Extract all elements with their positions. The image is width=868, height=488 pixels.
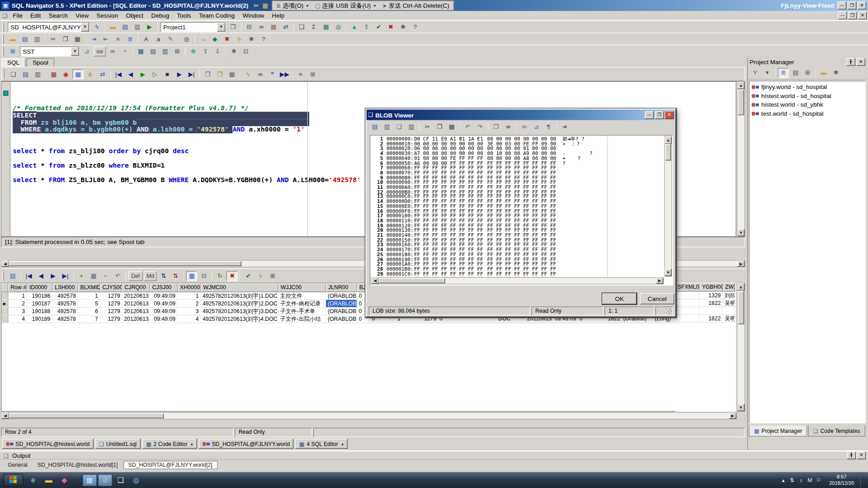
show-desktop-button[interactable] bbox=[860, 472, 865, 488]
mdi-minimize-button[interactable]: — bbox=[838, 12, 847, 19]
table-row[interactable] bbox=[675, 307, 736, 315]
comment-toggle-icon[interactable]: ✎ bbox=[165, 34, 176, 44]
stored-program-icon[interactable]: Σ bbox=[308, 22, 319, 32]
project-dropdown-icon[interactable] bbox=[217, 23, 225, 32]
export-data-icon[interactable]: ⇪ bbox=[200, 46, 211, 56]
code-assistant-icon[interactable]: ▦ bbox=[72, 69, 83, 79]
taskbar-sqlnav-window-1[interactable]: ▦ bbox=[82, 474, 97, 486]
import-data-icon[interactable]: ⇩ bbox=[212, 46, 223, 56]
copy-results-icon[interactable]: ❐ bbox=[202, 69, 213, 79]
tray-flag-icon[interactable]: ⚐ bbox=[814, 475, 823, 484]
tree-item[interactable]: fjlnyy.world - sd_hospital bbox=[750, 82, 865, 91]
next-result-icon[interactable]: ▶ bbox=[174, 69, 184, 79]
table-row[interactable]: 1329刘欣 bbox=[675, 291, 736, 299]
filter-projects-icon[interactable]: Y bbox=[750, 68, 760, 78]
new-session-icon[interactable]: ϟ bbox=[91, 22, 102, 32]
close-button[interactable]: ✕ bbox=[858, 2, 867, 9]
zoom-icon[interactable]: ◎ bbox=[181, 34, 192, 44]
menu-tools[interactable]: Tools bbox=[173, 12, 195, 19]
blob-dialog-titlebar[interactable]: ❑ BLOB Viewer —❐✕ bbox=[367, 109, 675, 120]
grid-view-icon[interactable]: ▦ bbox=[88, 271, 99, 281]
grid-cell[interactable]: 09:49:09 bbox=[150, 315, 178, 323]
grid-icon[interactable]: ⊞ bbox=[307, 69, 318, 79]
blob-minimize-button[interactable]: — bbox=[645, 111, 654, 119]
show-paragraphs-icon[interactable]: ¶ bbox=[543, 122, 554, 131]
export-grid-icon[interactable]: ⊞ bbox=[267, 271, 278, 281]
start-button[interactable] bbox=[3, 474, 23, 486]
grid-cell[interactable]: 1822 bbox=[700, 299, 723, 306]
grid-cell[interactable]: (ORABLOB) bbox=[326, 300, 357, 307]
table-row[interactable]: 1822吴明 bbox=[675, 299, 736, 307]
table-row[interactable]: 1822吴明 bbox=[675, 315, 736, 323]
revert-record-icon[interactable]: ↶ bbox=[113, 271, 123, 281]
menu-edit[interactable]: Edit bbox=[26, 12, 44, 19]
scroll-right-button[interactable] bbox=[737, 261, 745, 267]
grid-cell[interactable]: 2 bbox=[178, 300, 201, 307]
grid-cell[interactable]: 1279 bbox=[100, 315, 123, 323]
copy-icon[interactable]: ❐ bbox=[60, 34, 71, 44]
find-in-editor-icon[interactable]: ∞ bbox=[255, 69, 265, 79]
view-as-text-icon[interactable]: ❑ bbox=[394, 122, 405, 131]
menu-view[interactable]: View bbox=[72, 12, 93, 19]
mdi-restore-button[interactable]: ❐ bbox=[848, 12, 857, 19]
ok-button[interactable]: OK bbox=[602, 293, 637, 304]
grid-cell[interactable]: 2 bbox=[8, 300, 27, 307]
grid-column-header-sfxml0[interactable]: SFXML0 bbox=[675, 283, 700, 292]
grid-cell[interactable]: 190188 bbox=[27, 308, 52, 315]
insert-record-icon[interactable]: + bbox=[76, 271, 87, 281]
tree-view-icon[interactable]: ⊞ bbox=[802, 68, 813, 78]
list-view-icon[interactable]: ≣ bbox=[778, 68, 788, 78]
connection-dropdown-icon[interactable] bbox=[81, 23, 89, 32]
stop-icon[interactable]: ■ bbox=[162, 69, 173, 79]
first-record-icon[interactable]: |◀ bbox=[23, 271, 34, 281]
grid-cell[interactable]: 1329 bbox=[700, 291, 723, 299]
grid-cell[interactable]: 吴明 bbox=[723, 299, 735, 306]
grid-cell[interactable]: 190189 bbox=[27, 315, 52, 323]
default-view-button[interactable]: Def bbox=[128, 271, 142, 281]
quick-browse-icon[interactable]: ◎ bbox=[333, 22, 344, 32]
menu-team-coding[interactable]: Team Coding bbox=[195, 12, 239, 19]
convert-icon[interactable]: ϟ bbox=[242, 69, 253, 79]
sort-descending-icon[interactable]: ⇅ bbox=[170, 271, 181, 281]
attach-session-icon[interactable]: ⇄ bbox=[97, 69, 108, 79]
select-all-icon[interactable]: ❒ bbox=[491, 122, 501, 131]
grid-cell[interactable]: 09:49:09 bbox=[150, 308, 178, 315]
last-record-icon[interactable]: ▶| bbox=[60, 271, 71, 281]
grid-cell[interactable]: 492578 bbox=[52, 315, 78, 323]
grid-column-header-cjsj00[interactable]: CJSJ00 bbox=[150, 283, 178, 292]
editor-vertical-scrollbar[interactable] bbox=[737, 81, 745, 237]
benchmark-icon[interactable]: ◔ bbox=[119, 46, 130, 56]
tray-ime-icon[interactable]: M bbox=[806, 475, 815, 484]
paste-blob-icon[interactable]: ▦ bbox=[446, 122, 457, 131]
find-binoculars-icon[interactable]: ∞ bbox=[503, 122, 514, 131]
run-to-end-icon[interactable]: ▶▶ bbox=[279, 69, 290, 79]
sst-dropdown-icon[interactable] bbox=[71, 47, 79, 56]
save-file-icon[interactable]: ▤ bbox=[19, 34, 30, 44]
toolbar-grip[interactable] bbox=[2, 35, 4, 44]
analyze-icon[interactable]: ▲ bbox=[349, 22, 359, 32]
grid-column-header-ygbh00[interactable]: YGBH00 bbox=[700, 283, 723, 292]
scroll-up-button[interactable] bbox=[737, 82, 745, 89]
scroll-right-button[interactable] bbox=[656, 278, 663, 284]
sort-ascending-icon[interactable]: ⇅ bbox=[158, 271, 169, 281]
table-editor-icon[interactable]: ▦ bbox=[321, 22, 331, 32]
grid-cell[interactable]: 1 bbox=[178, 292, 201, 300]
execute-icon[interactable]: ▶ bbox=[137, 69, 148, 79]
taskbar-compass-window[interactable]: ◎ bbox=[129, 474, 143, 486]
grid-column-header-wjmc00[interactable]: WJMC00 bbox=[201, 283, 278, 292]
grid-column-header-zwxm[interactable]: ZWXM bbox=[723, 283, 735, 292]
window-button-fjlnyy-session[interactable]: SD_HOSPITAL@FJLNYY.world bbox=[198, 439, 294, 449]
delete-line-icon[interactable]: ✖ bbox=[222, 34, 232, 44]
web-publish-icon[interactable]: ⊕ bbox=[188, 46, 198, 56]
commit-icon[interactable]: ✔ bbox=[373, 22, 384, 32]
grid-cell[interactable]: 09:49:09 bbox=[150, 300, 178, 307]
bookmark-icon[interactable]: ◆ bbox=[209, 34, 220, 44]
compile-icon[interactable]: ϟ bbox=[234, 34, 245, 44]
grid-cell[interactable]: 09:49:09 bbox=[150, 292, 178, 300]
toolbar-grip[interactable] bbox=[3, 70, 5, 79]
vm-tool-icon[interactable]: ▦ bbox=[261, 2, 270, 9]
output-tab[interactable]: SD_HOSPITAL@FJLNYY.world[2] bbox=[123, 460, 217, 469]
commit-grid-icon[interactable]: ϟ bbox=[255, 271, 266, 281]
refresh-icon[interactable]: ↻ bbox=[214, 271, 225, 281]
scroll-down-button[interactable] bbox=[737, 229, 745, 236]
